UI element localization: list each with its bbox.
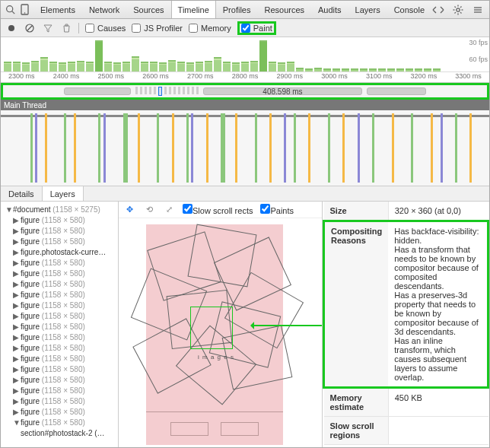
tree-item[interactable]: ▶figure (1158 × 580) — [2, 290, 116, 300]
memory-checkbox[interactable]: Memory — [189, 24, 231, 33]
subtab-details[interactable]: Details — [1, 186, 43, 201]
tab-network[interactable]: Network — [82, 1, 126, 18]
lower-pane-tabs: Details Layers — [1, 186, 489, 202]
tree-item[interactable]: ▶figure.photostack-curre… — [2, 247, 116, 258]
fps-bars — [1, 39, 471, 71]
prop-size: Size 320 × 360 (at 0,0) — [324, 202, 488, 221]
svg-line-18 — [27, 26, 32, 30]
gc-icon[interactable] — [60, 22, 72, 34]
causes-checkbox[interactable]: Causes — [85, 24, 126, 33]
drawer-icon[interactable] — [431, 3, 445, 17]
filter-icon[interactable] — [42, 22, 54, 34]
layer-tree[interactable]: ▼#document (1158 × 5275) ▶figure (1158 ×… — [1, 202, 119, 447]
tree-item[interactable]: ▶figure (1158 × 580) — [2, 311, 116, 322]
layer-properties: Size 320 × 360 (at 0,0) Compositing Reas… — [322, 202, 489, 447]
record-icon[interactable] — [5, 22, 18, 34]
fps-60-label: 60 fps — [469, 56, 488, 63]
tree-item[interactable]: ▶figure (1158 × 580) — [2, 375, 116, 386]
layer-canvas-panel: ✥ ⟲ ⤢ Slow scroll rects Paints i m a g e… — [119, 202, 322, 447]
selected-frame-marker[interactable] — [158, 87, 162, 96]
settings-gear-icon[interactable] — [451, 3, 465, 17]
tree-item[interactable]: ▶figure (1158 × 580) — [2, 354, 116, 364]
viewport-rect: i m a g e s — [146, 224, 283, 445]
tab-sources[interactable]: Sources — [126, 1, 170, 18]
tab-resources[interactable]: Resources — [257, 1, 311, 18]
tree-item[interactable]: ▶figure (1158 × 580) — [2, 215, 116, 226]
canvas-paints-checkbox[interactable]: Paints — [260, 204, 294, 215]
svg-line-9 — [455, 6, 456, 7]
tree-item[interactable]: ▶figure (1158 × 580) — [2, 364, 116, 375]
fps-30-label: 30 fps — [469, 39, 488, 46]
paint-checkbox-highlight: Paint — [237, 21, 276, 35]
pan-icon[interactable]: ✥ — [123, 204, 135, 216]
tree-item[interactable]: ▶figure (1158 × 580) — [2, 396, 116, 407]
devtools-tabbar: Elements Network Sources Timeline Profil… — [1, 1, 489, 19]
canvas-images-label: i m a g e s — [198, 354, 234, 361]
layer-canvas[interactable]: i m a g e s — [119, 218, 322, 447]
tab-layers[interactable]: Layers — [348, 1, 387, 18]
svg-point-4 — [457, 8, 460, 11]
fps-time-ticks: 2300 ms2400 ms2500 ms 2600 ms2700 ms2800… — [1, 71, 489, 82]
jsprofiler-checkbox[interactable]: JS Profiler — [132, 24, 183, 33]
main-thread-header: Main Thread — [1, 100, 489, 110]
svg-line-12 — [460, 6, 461, 7]
slow-rects-checkbox[interactable]: Slow scroll rects — [183, 204, 253, 215]
prop-memory-estimate: Memory estimate 450 KB — [324, 388, 488, 417]
tab-console[interactable]: Console — [387, 1, 431, 18]
fps-overview[interactable]: 30 fps60 fps 2300 ms2400 ms2500 ms 2600 … — [1, 37, 489, 83]
canvas-controls: ✥ ⟲ ⤢ Slow scroll rects Paints — [119, 202, 322, 218]
tree-item[interactable]: ▶figure (1158 × 580) — [2, 407, 116, 418]
layers-pane: ▼#document (1158 × 5275) ▶figure (1158 ×… — [1, 202, 489, 447]
more-menu-icon[interactable] — [471, 3, 485, 17]
tree-item[interactable]: ▶figure (1158 × 580) — [2, 386, 116, 396]
separator — [78, 23, 79, 33]
svg-line-1 — [12, 11, 14, 14]
svg-point-16 — [8, 25, 14, 31]
tab-elements[interactable]: Elements — [33, 1, 82, 18]
svg-line-11 — [455, 12, 456, 13]
tree-item[interactable]: ▼figure (1158 × 580) — [2, 418, 116, 428]
tree-item[interactable]: ▶figure (1158 × 580) — [2, 279, 116, 290]
tree-item[interactable]: ▶figure (1158 × 580) — [2, 343, 116, 354]
clear-icon[interactable] — [24, 22, 36, 34]
tree-item-section[interactable]: section#photostack-2 (… — [2, 428, 116, 439]
selected-layer-rect[interactable] — [190, 307, 233, 349]
device-icon[interactable] — [20, 3, 29, 17]
scrubber-time-label: 408.598 ms — [262, 87, 302, 96]
flame-chart[interactable] — [1, 110, 489, 186]
tree-item[interactable]: ▶figure (1158 × 580) — [2, 268, 116, 279]
tree-item[interactable]: ▶figure (1158 × 580) — [2, 226, 116, 237]
tree-item[interactable]: ▶figure (1158 × 580) — [2, 300, 116, 311]
svg-line-10 — [460, 12, 461, 13]
reset-icon[interactable]: ⤢ — [163, 204, 175, 216]
frame-scrubber[interactable]: 408.598 ms — [1, 83, 489, 100]
paint-checkbox[interactable]: Paint — [241, 24, 272, 33]
tab-profiles[interactable]: Profiles — [216, 1, 258, 18]
tree-item[interactable]: ▶figure (1158 × 580) — [2, 237, 116, 247]
tab-audits[interactable]: Audits — [311, 1, 348, 18]
svg-point-0 — [7, 6, 13, 12]
rotate-icon[interactable]: ⟲ — [143, 204, 155, 216]
svg-point-3 — [24, 12, 25, 14]
tree-item[interactable]: ▶figure (1158 × 580) — [2, 258, 116, 268]
timeline-toolbar: Causes JS Profiler Memory Paint — [1, 19, 489, 37]
tab-timeline[interactable]: Timeline — [171, 1, 216, 18]
tree-item[interactable]: ▶figure (1158 × 580) — [2, 322, 116, 332]
prop-slow-scroll-regions: Slow scroll regions — [324, 417, 488, 445]
tree-root[interactable]: ▼#document (1158 × 5275) — [2, 205, 116, 215]
tree-item[interactable]: ▶figure (1158 × 580) — [2, 332, 116, 343]
subtab-layers[interactable]: Layers — [43, 186, 84, 201]
search-icon[interactable] — [5, 3, 15, 17]
panel-tabs: Elements Network Sources Timeline Profil… — [33, 1, 431, 18]
callout-arrow — [253, 325, 322, 326]
prop-compositing-reasons: Compositing Reasons Has backface-visibil… — [324, 221, 488, 388]
